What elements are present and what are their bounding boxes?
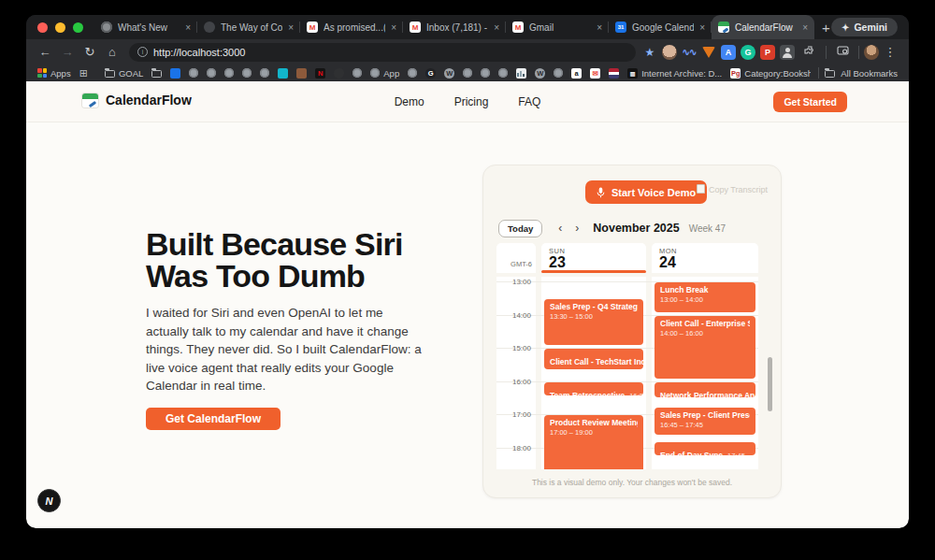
bookmark-item[interactable] (463, 68, 472, 78)
close-window-button[interactable] (37, 22, 48, 33)
reload-button[interactable]: ↻ (79, 46, 101, 58)
calendar-scrollbar[interactable] (768, 357, 772, 411)
bookmark-item[interactable]: W (444, 68, 454, 79)
grammarly-extension-icon[interactable]: G (741, 45, 755, 60)
dark-site-icon (334, 68, 344, 79)
back-button[interactable]: ← (34, 46, 56, 58)
calendar-event[interactable]: Sales Prep - Client Presentation16:45 – … (654, 408, 755, 435)
bookmark-item[interactable] (224, 68, 234, 78)
tab-close-icon[interactable]: × (288, 22, 294, 33)
person-extension-icon[interactable] (780, 45, 795, 60)
tab-close-icon[interactable]: × (597, 22, 602, 33)
bookmark-item[interactable] (278, 68, 288, 79)
bookmark-star-icon[interactable]: ★ (641, 46, 658, 59)
bookmark-item[interactable] (498, 68, 508, 78)
nextjs-dev-badge[interactable]: N (37, 489, 61, 512)
browser-tab-4[interactable]: MInbox (7,181) - dg1h1t9× (403, 15, 506, 39)
minimize-window-button[interactable] (55, 22, 65, 33)
start-voice-demo-button[interactable]: Start Voice Demo (585, 180, 707, 204)
bookmark-item[interactable]: App (370, 68, 399, 79)
tab-close-icon[interactable]: × (699, 22, 705, 33)
day-header-mon[interactable]: MON24 (652, 243, 758, 273)
tab-close-icon[interactable]: × (802, 22, 808, 33)
bookmark-item[interactable] (151, 68, 162, 78)
next-week-chevron-icon[interactable]: › (568, 222, 585, 235)
prev-week-chevron-icon[interactable]: ‹ (552, 222, 568, 235)
new-tab-button[interactable]: + (822, 20, 830, 36)
bookmark-item[interactable]: Apps (37, 68, 71, 79)
tab-close-icon[interactable]: × (391, 22, 396, 33)
translate-extension-icon[interactable]: A (721, 45, 736, 60)
nav-link-demo[interactable]: Demo (395, 95, 424, 108)
site-header: CalendarFlow DemoPricingFAQ Get Started (26, 81, 909, 122)
bookmark-item[interactable] (334, 68, 344, 79)
nav-link-faq[interactable]: FAQ (518, 95, 540, 108)
extensions-puzzle-icon[interactable] (798, 46, 821, 59)
address-bar[interactable]: i http://localhost:3000 (129, 43, 636, 62)
bookmark-item[interactable] (352, 68, 362, 78)
calendar-event[interactable]: Network Performance An...16:00 (654, 382, 755, 397)
toolbar-divider (858, 46, 859, 59)
browser-tab-6[interactable]: 31Google Calendar - Wee× (609, 15, 712, 39)
time-label: 13:00 (496, 278, 531, 286)
today-button[interactable]: Today (498, 220, 542, 237)
get-calendarflow-button[interactable]: Get CalendarFlow (146, 408, 280, 430)
calendar-event[interactable]: Client Call - TechStart Inc15:00 (544, 349, 643, 369)
bookmark-item[interactable]: GOAL (105, 68, 143, 79)
teal-site-icon (278, 68, 288, 79)
site-info-icon[interactable]: i (137, 47, 148, 57)
browser-tab-3[interactable]: MAs promised...(plus a s× (300, 15, 403, 39)
bookmark-item[interactable] (189, 68, 198, 78)
postman-extension-icon[interactable]: P (760, 45, 775, 60)
browser-tab-1[interactable]: What's New× (94, 15, 197, 39)
browser-tab-5[interactable]: MGmail× (506, 15, 609, 39)
event-time: 13:00 – 14:00 (660, 295, 750, 305)
bookmark-item[interactable]: N (315, 68, 325, 79)
bookmark-item[interactable] (170, 68, 180, 79)
bookmark-item[interactable]: PgCategory:Bookshe... (730, 68, 811, 79)
bookmark-item[interactable] (408, 68, 417, 78)
calendar-event[interactable]: End of Day Sync17:45 (654, 442, 755, 456)
menu-kebab-icon[interactable]: ⋮ (879, 46, 901, 58)
tab-close-icon[interactable]: × (494, 22, 499, 33)
browser-tab-7[interactable]: CalendarFlow× (712, 15, 814, 39)
calendar-event[interactable]: Sales Prep - Q4 Strategy13:30 – 15:00 (544, 299, 643, 345)
bookmark-item[interactable] (242, 68, 252, 78)
bookmark-item[interactable]: W (535, 68, 545, 79)
browser-tab-2[interactable]: The Way of Code | Rick× (197, 15, 300, 39)
sparkle-icon: ✦ (842, 22, 849, 33)
copy-transcript-button[interactable]: Copy Transcript (698, 185, 768, 194)
forward-button[interactable]: → (56, 46, 79, 58)
bookmark-item[interactable]: a (571, 68, 582, 79)
tab-close-icon[interactable]: × (185, 22, 191, 33)
calendar-event[interactable]: Client Call - Enterprise Solutions14:00 … (654, 316, 755, 379)
tab-search-icon[interactable] (831, 46, 854, 58)
bookmark-item[interactable] (481, 68, 490, 78)
profile-avatar[interactable] (864, 45, 879, 60)
calendar-event[interactable]: Team Retrospective16:00 (544, 382, 643, 396)
home-button[interactable]: ⌂ (101, 46, 123, 58)
bookmark-item[interactable] (296, 68, 307, 79)
bookmark-item[interactable]: ▥Internet Archive: D... (627, 68, 722, 79)
calendar-event[interactable]: Product Review Meeting17:00 – 19:00 (544, 415, 643, 469)
bookmark-item[interactable] (609, 68, 619, 79)
get-started-button[interactable]: Get Started (773, 92, 847, 112)
day-header-sun[interactable]: SUN23 (541, 243, 646, 273)
site-brand[interactable]: CalendarFlow (82, 93, 192, 108)
nav-link-pricing[interactable]: Pricing (454, 95, 489, 108)
calendar-event[interactable]: Lunch Break13:00 – 14:00 (654, 282, 755, 312)
bookmark-item[interactable] (260, 68, 269, 78)
gemini-button[interactable]: ✦ Gemini (831, 18, 898, 36)
waves-extension-icon[interactable]: ∿∿ (682, 45, 697, 60)
bookmark-item[interactable] (554, 68, 563, 78)
bookmark-item[interactable]: ✉ (590, 68, 600, 79)
bookmark-item[interactable]: ⊞ (79, 68, 88, 79)
zoom-window-button[interactable] (73, 22, 83, 33)
bookmark-item[interactable]: G (425, 68, 436, 79)
fox-extension-icon[interactable] (701, 45, 716, 60)
globe-icon (370, 68, 380, 78)
all-bookmarks[interactable]: All Bookmarks (818, 67, 898, 79)
face-extension-icon[interactable] (662, 45, 677, 60)
bookmark-item[interactable] (207, 68, 216, 78)
bookmark-item[interactable] (516, 68, 526, 79)
